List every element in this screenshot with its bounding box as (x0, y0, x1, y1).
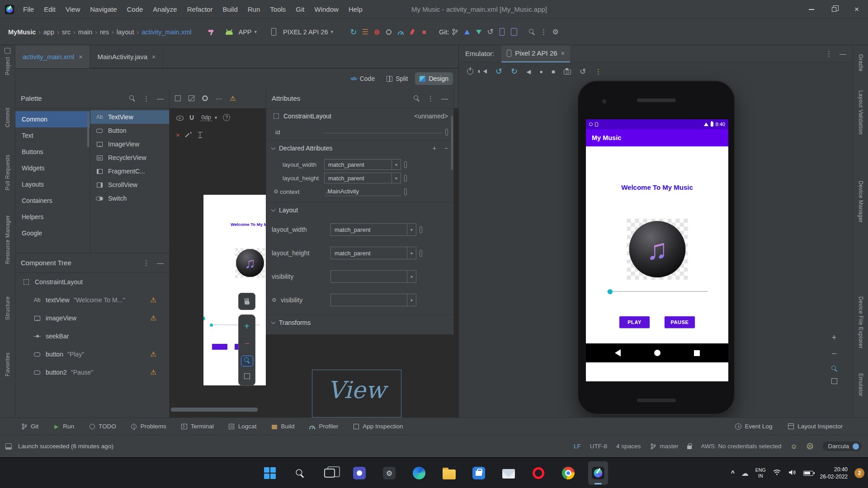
component-button[interactable]: Button (90, 124, 169, 137)
target-device-select[interactable]: PIXEL 2 API 26 ▾ (279, 28, 337, 36)
feedback-sad-icon[interactable]: ☹ (807, 442, 814, 450)
mail-button[interactable] (499, 461, 519, 485)
toolwindow-run[interactable]: ▶ Run (53, 423, 74, 430)
run-configuration-select[interactable]: APP ▾ (235, 28, 261, 36)
build-hammer-icon[interactable] (205, 26, 217, 38)
menu-navigate[interactable]: Navigate (85, 0, 122, 19)
category-text[interactable]: Text (15, 127, 90, 144)
menu-build[interactable]: Build (217, 0, 242, 19)
zoom-to-fit-selected[interactable] (241, 356, 253, 366)
warnings-icon[interactable]: ⚠ (230, 94, 236, 103)
category-common[interactable]: Common (15, 111, 90, 127)
breadcrumb-res[interactable]: res (98, 28, 111, 36)
view-options-icon[interactable] (175, 95, 181, 101)
search-everywhere-icon[interactable] (526, 26, 538, 38)
attr-value-dropdown[interactable]: match_parent ▾ (324, 173, 401, 183)
breadcrumb-src[interactable]: src (60, 28, 72, 36)
breadcrumb-project[interactable]: MyMusic (6, 28, 38, 36)
toolwindow-app-inspection[interactable]: App Inspection (353, 423, 403, 430)
pick-resource-icon[interactable] (404, 161, 407, 168)
toolwindow-terminal[interactable]: Terminal (181, 423, 214, 430)
menu-file[interactable]: File (18, 0, 39, 19)
menu-analyze[interactable]: Analyze (148, 0, 182, 19)
breadcrumb-app[interactable]: app (42, 28, 56, 36)
start-button[interactable] (260, 461, 280, 485)
emulator-more-icon[interactable]: ⋮ (594, 67, 602, 76)
zoom-in-icon[interactable]: + (244, 321, 250, 332)
settings-button[interactable]: ⚙ (379, 461, 399, 485)
close-tab-icon[interactable]: × (79, 53, 82, 61)
toolwindow-git[interactable]: Git (21, 423, 38, 430)
search-icon[interactable] (413, 95, 420, 102)
id-input[interactable] (324, 131, 442, 133)
layout-section[interactable]: Layout (266, 202, 453, 218)
git-update-icon[interactable] (473, 26, 485, 38)
component-recyclerview[interactable]: RecyclerView (90, 151, 169, 164)
git-branch-widget[interactable]: master (650, 443, 678, 450)
zoom-out-icon[interactable]: − (244, 338, 250, 349)
fit-screen-icon[interactable] (244, 373, 250, 379)
toolwindow-event-log[interactable]: Event Log (735, 423, 772, 430)
tab-main-activity-java[interactable]: MainActivity.java × (90, 45, 163, 68)
menu-edit[interactable]: Edit (39, 0, 61, 19)
sidebar-item-favorites[interactable]: Favorites (0, 352, 15, 376)
component-switch[interactable]: Switch (90, 192, 169, 205)
attr-value-dropdown[interactable]: ▾ (330, 294, 416, 306)
attributes-scrollbar[interactable] (451, 116, 453, 170)
tree-item-button[interactable]: button "Play" ⚠ (15, 345, 169, 363)
remove-attribute-icon[interactable]: − (444, 145, 448, 152)
sidebar-item-device-manager[interactable]: Device Manager (853, 181, 868, 223)
git-branch-icon[interactable] (449, 26, 461, 38)
battery-icon[interactable] (803, 471, 813, 476)
sidebar-item-layout-validation[interactable]: Layout Validation (853, 90, 868, 135)
task-view-button[interactable] (320, 461, 340, 485)
emulator-home-icon[interactable]: ● (539, 68, 543, 75)
breadcrumb-activity-main[interactable]: activity_main.xml (140, 28, 193, 36)
lock-icon[interactable] (687, 446, 692, 449)
nav-back-icon[interactable] (615, 349, 621, 357)
transforms-section[interactable]: Transforms (266, 314, 453, 330)
mode-split-button[interactable]: Split (382, 72, 412, 85)
hidden-icons-chevron[interactable]: ^ (731, 469, 735, 477)
tab-activity-main-xml[interactable]: activity_main.xml × (15, 45, 90, 68)
seekbar[interactable] (607, 291, 708, 292)
blueprint-view[interactable]: View (312, 370, 401, 418)
breadcrumb-layout[interactable]: layout (115, 28, 136, 36)
device-manager-icon[interactable] (496, 26, 508, 38)
fit-screen-icon[interactable] (831, 378, 837, 384)
theme-icon[interactable] (202, 95, 208, 101)
toolwindow-todo[interactable]: TODO (89, 423, 116, 430)
clear-constraints-icon[interactable]: × (176, 131, 180, 139)
attr-value-dropdown[interactable]: ▾ (330, 270, 416, 283)
category-layouts[interactable]: Layouts (15, 176, 90, 192)
sidebar-item-commit[interactable]: Commit (0, 108, 15, 127)
preview-play-button[interactable] (212, 344, 227, 350)
menu-tools[interactable]: Tools (265, 0, 291, 19)
close-tab-icon[interactable]: × (152, 53, 156, 61)
emulator-back-icon[interactable]: ◀ (526, 68, 531, 75)
language-switcher[interactable]: ENG IN (755, 467, 766, 479)
help-icon[interactable]: ? (223, 114, 230, 121)
indent-indicator[interactable]: 4 spaces (616, 443, 641, 450)
volume-icon[interactable] (483, 69, 487, 74)
pick-resource-icon[interactable] (404, 175, 407, 182)
pan-tool-icon[interactable] (198, 132, 203, 138)
zoom-magnifier-icon[interactable] (831, 365, 838, 372)
screenshot-camera-icon[interactable] (564, 70, 571, 75)
component-fragmentcontainer[interactable]: FragmentC... (90, 164, 169, 178)
close-tab-icon[interactable]: × (561, 49, 565, 57)
pick-resource-icon[interactable] (445, 129, 448, 136)
toolwindow-logcat[interactable]: Logcat (228, 423, 257, 430)
menu-view[interactable]: View (61, 0, 85, 19)
orientation-icon[interactable] (189, 95, 194, 101)
sidebar-item-device-file-explorer[interactable]: Device File Explorer (853, 296, 868, 348)
pick-resource-icon[interactable] (420, 250, 422, 257)
declared-attributes-section[interactable]: Declared Attributes + − (266, 140, 453, 156)
line-ending-indicator[interactable]: LF (574, 443, 581, 450)
hide-panel-icon[interactable]: — (441, 94, 448, 102)
emulator-overview-icon[interactable]: ■ (552, 68, 555, 75)
toolwindow-layout-inspector[interactable]: Layout Inspector (788, 423, 843, 430)
category-buttons[interactable]: Buttons (15, 144, 90, 160)
infer-constraints-icon[interactable] (186, 132, 192, 138)
feedback-happy-icon[interactable]: ☺ (791, 442, 797, 450)
